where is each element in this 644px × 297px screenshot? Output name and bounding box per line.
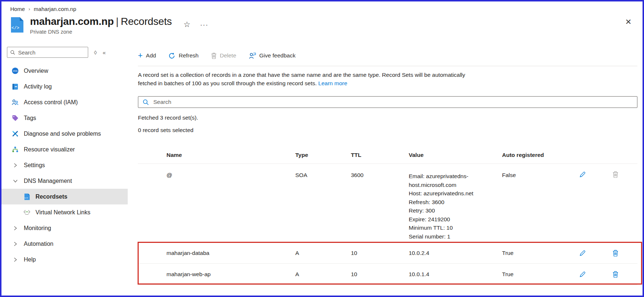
- sidebar-item-overview[interactable]: DNS Overview: [1, 63, 128, 79]
- search-icon: [10, 50, 15, 55]
- sidebar-item-activity-log[interactable]: Activity log: [1, 79, 128, 94]
- recordsets-table: Name Type TTL Value Auto registered @ SO…: [138, 142, 637, 285]
- svg-text:DNS: DNS: [13, 70, 18, 72]
- page-header: Home › maharjan.com.np </> maharjan.com.…: [1, 1, 643, 42]
- record-type: SOA: [295, 172, 351, 178]
- blade-name: Recordsets: [121, 16, 172, 27]
- chevron-right-icon: [12, 256, 19, 263]
- table-header-row: Name Type TTL Value Auto registered: [138, 142, 637, 164]
- trash-icon: [613, 250, 618, 256]
- column-header-ttl[interactable]: TTL: [351, 152, 409, 163]
- edit-record-button[interactable]: [566, 250, 599, 256]
- diagnose-icon: [12, 130, 19, 137]
- learn-more-link[interactable]: Learn more: [318, 80, 347, 86]
- more-options-icon[interactable]: ···: [200, 20, 208, 29]
- sidebar-item-tags[interactable]: Tags: [1, 110, 128, 126]
- column-header-auto-registered[interactable]: Auto registered: [502, 152, 566, 163]
- sidebar-item-label: Tags: [24, 115, 36, 121]
- chevron-right-icon: [12, 225, 19, 232]
- breadcrumb-current[interactable]: maharjan.com.np: [34, 6, 76, 12]
- sidebar-item-label: Access control (IAM): [24, 99, 78, 106]
- column-header-name[interactable]: Name: [166, 152, 295, 163]
- record-auto-registered: True: [502, 250, 566, 256]
- recordsets-search-input[interactable]: [153, 99, 633, 105]
- record-type: A: [295, 271, 351, 278]
- sidebar-item-label: Resource visualizer: [24, 146, 75, 153]
- refresh-button[interactable]: Refresh: [168, 52, 198, 59]
- tags-icon: [12, 114, 19, 121]
- delete-record-button[interactable]: [599, 171, 632, 178]
- sidebar-item-access-control[interactable]: Access control (IAM): [1, 94, 128, 110]
- virtual-network-links-icon: [23, 209, 30, 216]
- column-header-value[interactable]: Value: [409, 152, 502, 163]
- sidebar-group-dns-management[interactable]: DNS Management: [1, 173, 128, 189]
- record-name: @: [166, 172, 295, 178]
- add-button-label: Add: [146, 52, 156, 59]
- sidebar-item-label: Recordsets: [35, 193, 67, 200]
- sidebar-item-recordsets[interactable]: </> Recordsets: [1, 189, 128, 204]
- sidebar-item-virtual-network-links[interactable]: Virtual Network Links: [1, 204, 128, 220]
- activity-log-icon: [12, 83, 19, 90]
- trash-icon: [613, 271, 618, 278]
- sidebar-group-help[interactable]: Help: [1, 252, 128, 267]
- resource-type-subtitle: Private DNS zone: [30, 29, 172, 35]
- recordsets-main-panel: + Add Refresh Delete: [128, 42, 643, 296]
- sidebar-group-settings[interactable]: Settings: [1, 157, 128, 173]
- svg-text:</>: </>: [24, 197, 28, 199]
- sidebar-search-box: [7, 47, 88, 58]
- command-bar: + Add Refresh Delete: [138, 48, 637, 64]
- table-row-webapp[interactable]: maharjan-web-ap A 10 10.0.1.4 True: [138, 264, 637, 285]
- sidebar-item-label: Virtual Network Links: [35, 209, 90, 216]
- favorite-star-icon[interactable]: ☆: [184, 20, 191, 29]
- sidebar-item-label: DNS Management: [24, 178, 72, 184]
- sidebar-sort-icon[interactable]: ◊: [94, 49, 97, 56]
- column-header-type[interactable]: Type: [295, 152, 351, 163]
- chevron-down-icon: [12, 177, 19, 184]
- delete-record-button[interactable]: [599, 250, 632, 256]
- blade-content: ◊ « DNS Overview Activity log: [1, 42, 643, 296]
- record-value: 10.0.2.4: [409, 250, 502, 256]
- delete-record-button[interactable]: [599, 271, 632, 278]
- refresh-button-label: Refresh: [179, 52, 198, 59]
- record-name: maharjan-databa: [166, 250, 295, 256]
- resource-menu-sidebar: ◊ « DNS Overview Activity log: [1, 42, 128, 296]
- sidebar-collapse-icon[interactable]: «: [102, 49, 105, 56]
- sidebar-search-input[interactable]: [18, 49, 85, 56]
- sidebar-item-label: Monitoring: [24, 225, 51, 232]
- delete-icon: [211, 53, 217, 59]
- title-text: maharjan.com.np|Recordsets Private DNS z…: [30, 16, 172, 35]
- toolbar-divider: [138, 66, 637, 66]
- sidebar-group-automation[interactable]: Automation: [1, 236, 128, 252]
- recordsets-description: A record set is a collection of records …: [138, 71, 469, 87]
- sidebar-item-resource-visualizer[interactable]: Resource visualizer: [1, 142, 128, 157]
- pencil-icon: [579, 271, 586, 278]
- trash-icon: [613, 171, 618, 178]
- give-feedback-button[interactable]: Give feedback: [249, 52, 296, 59]
- edit-record-button[interactable]: [566, 271, 599, 278]
- chevron-right-icon: [12, 240, 19, 247]
- title-row: </> maharjan.com.np|Recordsets Private D…: [10, 16, 633, 35]
- delete-button-label: Delete: [220, 52, 236, 59]
- record-name: maharjan-web-ap: [166, 271, 295, 278]
- recordsets-icon: </>: [23, 193, 30, 200]
- sidebar-search-row: ◊ «: [1, 45, 128, 59]
- pencil-icon: [579, 171, 586, 178]
- table-row-database[interactable]: maharjan-databa A 10 10.0.2.4 True: [138, 243, 637, 264]
- dns-zone-icon: </>: [10, 16, 24, 33]
- delete-button[interactable]: Delete: [211, 52, 236, 59]
- record-ttl: 10: [351, 250, 409, 256]
- title-actions: ☆ ···: [184, 20, 209, 29]
- resource-visualizer-icon: [12, 146, 19, 153]
- breadcrumb-home[interactable]: Home: [10, 6, 25, 12]
- sidebar-item-diagnose[interactable]: Diagnose and solve problems: [1, 126, 128, 142]
- record-ttl: 10: [351, 271, 409, 278]
- edit-record-button[interactable]: [566, 171, 599, 178]
- zone-name: maharjan.com.np: [30, 16, 114, 27]
- sidebar-group-monitoring[interactable]: Monitoring: [1, 220, 128, 236]
- fetched-status-text: Fetched 3 record set(s).: [138, 114, 637, 121]
- table-row-soa[interactable]: @ SOA 3600 Email: azureprivatedns- host.…: [138, 164, 637, 243]
- add-icon: +: [138, 52, 143, 60]
- title-separator: |: [114, 16, 121, 27]
- close-blade-icon[interactable]: ✕: [625, 18, 632, 26]
- add-button[interactable]: + Add: [138, 52, 156, 60]
